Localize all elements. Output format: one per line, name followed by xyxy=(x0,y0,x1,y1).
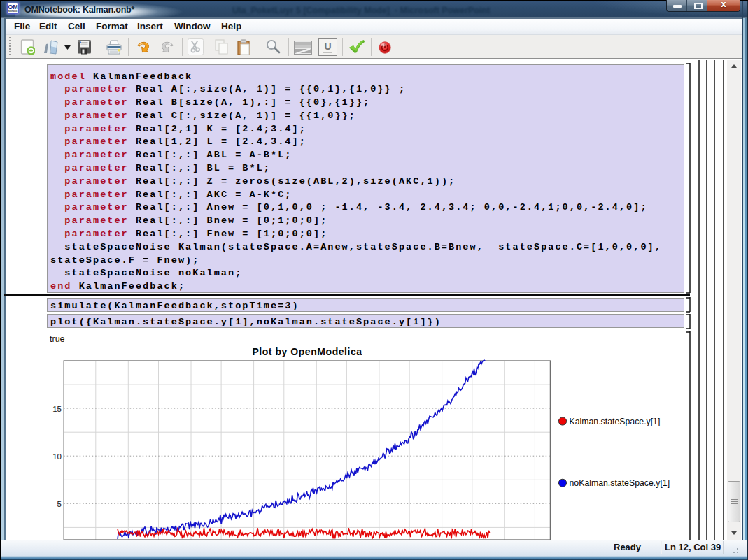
svg-text:Plot by OpenModelica: Plot by OpenModelica xyxy=(252,346,362,357)
svg-text:U: U xyxy=(324,41,331,52)
svg-text:noKalman.stateSpace.y[1]: noKalman.stateSpace.y[1] xyxy=(570,478,670,488)
svg-text:15: 15 xyxy=(52,405,62,413)
svg-text:10: 10 xyxy=(52,452,62,461)
svg-text:Kalman.stateSpace.y[1]: Kalman.stateSpace.y[1] xyxy=(570,417,661,426)
svg-text:5: 5 xyxy=(57,500,62,508)
